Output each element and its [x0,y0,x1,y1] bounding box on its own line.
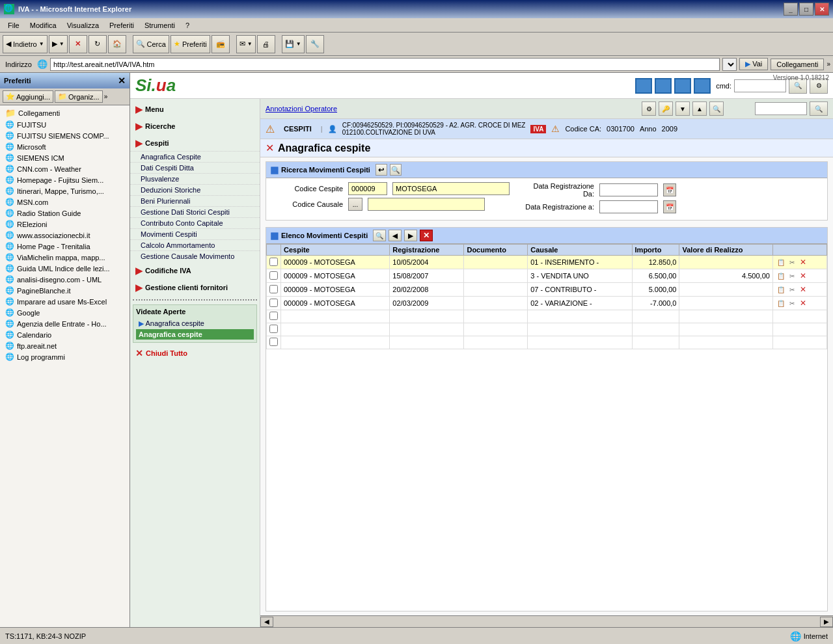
row-checkbox[interactable] [267,269,281,283]
header-icon-btn-2[interactable] [655,78,672,94]
links-button[interactable]: Collegamenti [771,59,824,70]
print-button[interactable]: 🖨 [257,35,275,53]
row-edit-btn[interactable]: 📋 [776,298,786,308]
list-item[interactable]: 🌐 PagineBlanche.it [0,285,130,296]
list-item[interactable]: 🌐 Home Page - Trenitalia [0,241,130,252]
scroll-left-btn[interactable]: ◀ [260,617,273,627]
elenco-close-btn[interactable]: ✕ [420,230,433,241]
back-button[interactable]: ◀ Indietro ▼ [3,35,48,53]
top-cmd-input[interactable] [755,102,807,115]
filter-icon-btn-3[interactable]: ▼ [676,101,690,116]
elenco-prev-btn[interactable]: ◀ [389,230,402,241]
nav-movimenti-cespiti[interactable]: Movimenti Cespiti [130,228,260,239]
data-reg-da-cal-btn[interactable]: 📅 [663,183,676,196]
list-item[interactable]: 🌐 FUJITSU SIEMENS COMP... [0,130,130,141]
header-icon-btn-3[interactable] [674,78,691,94]
nav-menu-title[interactable]: ▶ Menu [130,101,260,117]
disk-button[interactable]: 💾 ▼ [282,35,305,53]
list-item[interactable]: 🌐 Log programmi [0,351,130,362]
menu-strumenti[interactable]: Strumenti [139,20,180,31]
list-item[interactable]: 🌐 CNN.com - Weather [0,163,130,174]
sidebar-close-button[interactable]: ✕ [118,75,126,86]
header-icon-btn-4[interactable] [694,78,711,94]
row-scissors-btn[interactable]: ✂ [787,298,797,308]
menu-visualizza[interactable]: Visualizza [62,20,104,31]
stop-button[interactable]: ✕ [69,35,87,53]
elenco-next-btn[interactable]: ▶ [404,230,417,241]
filter-icon-btn-2[interactable]: 🔑 [659,101,673,116]
menu-modifica[interactable]: Modifica [25,20,62,31]
nav-plusvalenze[interactable]: Plusvalenze [130,173,260,184]
anagrafica-close-icon[interactable]: ✕ [266,142,274,154]
mail-button[interactable]: ✉ ▼ [236,35,256,53]
row-scissors-btn[interactable]: ✂ [787,284,797,295]
codice-cespite-name-input[interactable] [392,182,510,195]
elenco-filter-btn[interactable]: 🔍 [373,230,386,241]
row-checkbox[interactable] [267,297,281,310]
nav-cespiti-title[interactable]: ▶ Cespiti [130,135,260,151]
row-delete-btn[interactable]: ✕ [798,271,808,281]
nav-anagrafica-cespite[interactable]: Anagrafica Cespite [130,151,260,162]
row-edit-btn[interactable]: 📋 [776,284,786,295]
nav-calcolo-ammortamento[interactable]: Calcolo Ammortamento [130,239,260,250]
annotazioni-link[interactable]: Annotazioni Operatore [266,105,337,113]
go-button[interactable]: ▶ Vai [739,58,768,70]
ricerca-search-btn[interactable]: 🔍 [390,164,402,176]
scroll-right-btn[interactable]: ▶ [820,617,833,627]
filter-icon-btn-5[interactable]: 🔍 [709,101,724,116]
list-item[interactable]: 🌐 analisi-disegno.com - UML [0,274,130,285]
header-icon-btn-1[interactable] [635,78,652,94]
horizontal-scrollbar[interactable]: ◀ ▶ [260,615,833,627]
close-button[interactable]: ✕ [815,3,829,16]
codice-causale-dots-btn[interactable]: ... [348,198,362,211]
refresh-button[interactable]: ↻ [89,35,107,53]
maximize-button[interactable]: □ [799,3,813,16]
search-button[interactable]: 🔍 Cerca [133,35,169,53]
menu-help[interactable]: ? [180,20,195,31]
list-item[interactable]: 🌐 Itinerari, Mappe, Turismo,... [0,185,130,196]
data-reg-da-input[interactable] [599,183,658,196]
top-cmd-search-btn[interactable]: 🔍 [810,101,828,116]
list-item[interactable]: 🌐 Calendario [0,329,130,340]
list-item[interactable]: 🌐 ftp.areait.net [0,340,130,351]
nav-codifiche-title[interactable]: ▶ Codifiche IVA [130,263,260,278]
organize-favorites-button[interactable]: 📁 Organiz... [55,90,103,103]
row-delete-btn[interactable]: ✕ [798,298,808,308]
data-reg-a-input[interactable] [599,200,658,213]
row-scissors-btn[interactable]: ✂ [787,271,797,281]
favorites-button[interactable]: ★ Preferiti [171,35,210,53]
filter-icon-btn-1[interactable]: ⚙ [642,101,656,116]
row-checkbox[interactable] [267,256,281,269]
nav-gestione-title[interactable]: ▶ Gestione clienti fornitori [130,280,260,295]
list-item[interactable]: 🌐 RElezioni [0,219,130,230]
list-item[interactable]: 🌐 Radio Station Guide [0,208,130,219]
row-edit-btn[interactable]: 📋 [776,257,786,267]
list-item[interactable]: 🌐 Imparare ad usare Ms-Excel [0,296,130,307]
list-item[interactable]: 🌐 SIEMENS ICM [0,152,130,163]
row-delete-btn[interactable]: ✕ [798,257,808,267]
row-scissors-btn[interactable]: ✂ [787,257,797,267]
media-button[interactable]: 📻 [212,35,230,53]
list-item[interactable]: 🌐 Google [0,307,130,318]
tool2-button[interactable]: 🔧 [306,35,324,53]
home-button[interactable]: 🏠 [108,35,126,53]
add-favorites-button[interactable]: ⭐ Aggiungi... [3,90,53,103]
row-delete-btn[interactable]: ✕ [798,284,808,295]
nav-gestione-causale[interactable]: Gestione Causale Movimento [130,250,260,262]
nav-beni-pluriennali[interactable]: Beni Pluriennali [130,195,260,206]
list-item[interactable]: 🌐 www.associazionecbi.it [0,230,130,241]
chiudi-tutto-button[interactable]: ✕ Chiudi Tutto [130,345,260,361]
list-item[interactable]: 🌐 Guida UML Indice delle lezi... [0,263,130,274]
nav-contributo-conto[interactable]: Contributo Conto Capitale [130,217,260,228]
address-input[interactable] [50,58,720,71]
ricerca-back-btn[interactable]: ↩ [376,164,387,176]
filter-icon-btn-4[interactable]: ▲ [692,101,707,116]
forward-button[interactable]: ▶ ▼ [49,35,68,53]
nav-ricerche-title[interactable]: ▶ Ricerche [130,118,260,134]
list-item[interactable]: 🌐 Agenzia delle Entrate - Ho... [0,318,130,329]
videate-item-2[interactable]: Anagrafica cespite [136,329,254,340]
codice-causale-input[interactable] [368,198,485,211]
list-item[interactable]: 📁 Collegamenti [0,107,130,119]
videate-item-1[interactable]: ▶ Anagrafica cespite [136,318,254,329]
list-item[interactable]: 🌐 ViaMichelin mappa, mapp... [0,252,130,263]
